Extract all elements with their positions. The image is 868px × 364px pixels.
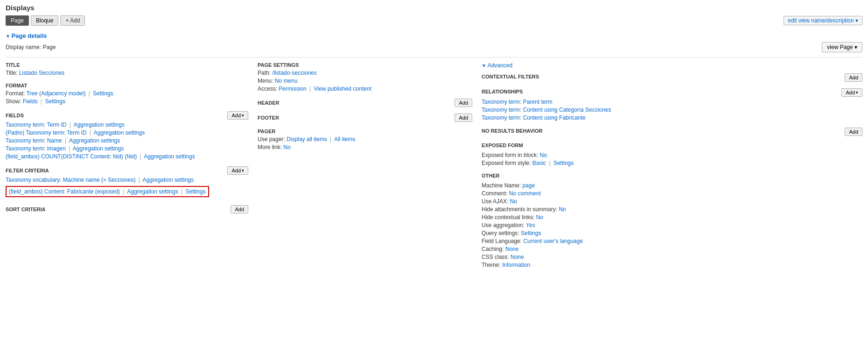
edit-view-link[interactable]: edit view name/description ▾ xyxy=(784,16,862,25)
aggregation-row: Use aggregation: Yes xyxy=(482,222,862,228)
comment-value[interactable]: No comment xyxy=(509,190,541,197)
tab-bloque[interactable]: Bloque xyxy=(31,15,58,26)
main-content: TITLE Title: Listado Secciones FORMAT Fo… xyxy=(6,62,862,275)
filter-agg-settings-2[interactable]: Aggregation settings xyxy=(127,188,178,195)
add-tab-button[interactable]: + Add xyxy=(60,15,85,26)
form-style-settings[interactable]: Settings xyxy=(553,160,574,166)
field-count-nid[interactable]: (field_ambos) COUNT(DISTINCT Content: Ni… xyxy=(6,153,137,160)
hide-contextual-value[interactable]: No xyxy=(536,214,543,221)
title-value[interactable]: Listado Secciones xyxy=(19,70,64,76)
tab-page[interactable]: Page xyxy=(6,15,29,26)
field-agg-settings-3[interactable]: Aggregation settings xyxy=(69,137,120,144)
theme-row: Theme: Information xyxy=(482,262,862,268)
machine-name-value[interactable]: page xyxy=(522,182,535,189)
relationship-fabricante[interactable]: Taxonomy term: Content using Fabricante xyxy=(482,114,586,121)
css-class-value[interactable]: None xyxy=(511,254,524,260)
in-block-value[interactable]: No xyxy=(540,152,547,158)
theme-value[interactable]: Information xyxy=(502,262,530,268)
aggregation-value[interactable]: Yes xyxy=(526,222,535,228)
query-settings-row: Query settings: Settings xyxy=(482,230,862,236)
sort-add-button[interactable]: Add xyxy=(231,205,248,214)
relationship-3: Taxonomy term: Content using Fabricante xyxy=(482,114,862,121)
format-section: FORMAT Format: Tree (Adjacency model) | … xyxy=(6,83,248,105)
relationship-categoria[interactable]: Taxonomy term: Content using Categoría S… xyxy=(482,107,611,113)
field-agg-settings-1[interactable]: Aggregation settings xyxy=(74,121,125,128)
filter-section-label: FILTER CRITERIA xyxy=(6,168,49,173)
display-all-items-link[interactable]: Display all items xyxy=(287,136,327,143)
access-link2[interactable]: View published content xyxy=(314,86,371,92)
menu-value[interactable]: No menu xyxy=(275,78,298,84)
show-label: Show: xyxy=(6,98,21,105)
access-label: Access: xyxy=(258,86,277,92)
title-section-label: TITLE xyxy=(6,62,20,68)
exposed-form-label: EXPOSED FORM xyxy=(482,143,523,148)
field-taxonomy-name[interactable]: Taxonomy term: Name xyxy=(6,137,62,144)
ajax-row: Use AJAX: No xyxy=(482,198,862,205)
use-pager-row: Use pager: Display all items | All items xyxy=(258,136,472,143)
relationship-1: Taxonomy term: Parent term xyxy=(482,99,862,105)
format-value[interactable]: Tree (Adjacency model) xyxy=(26,90,85,97)
fields-add-arrow: ▾ xyxy=(242,113,244,118)
no-results-section: NO RESULTS BEHAVIOR Add xyxy=(482,128,862,136)
in-block-label: Exposed form in block: xyxy=(482,152,538,158)
display-name-label: Display name: xyxy=(6,44,41,50)
show-value[interactable]: Fields xyxy=(23,98,38,105)
contextual-filters-label: CONTEXTUAL FILTERS xyxy=(482,74,539,79)
more-link-label: More link: xyxy=(258,144,282,150)
right-column: Advanced CONTEXTUAL FILTERS Add RELATION… xyxy=(482,62,862,275)
filter-settings-2[interactable]: Settings xyxy=(185,188,205,195)
field-agg-settings-2[interactable]: Aggregation settings xyxy=(94,129,145,136)
hide-attachments-value[interactable]: No xyxy=(559,206,566,213)
fields-add-button[interactable]: Add ▾ xyxy=(227,111,248,120)
header-add-button[interactable]: Add xyxy=(455,99,472,107)
caching-row: Caching: None xyxy=(482,246,862,252)
field-row-2: (Padre) Taxonomy term: Term ID | Aggrega… xyxy=(6,129,248,136)
filter-fabricante[interactable]: (field_ambos) Content: Fabricante (expos… xyxy=(9,188,120,195)
css-class-label: CSS class: xyxy=(482,254,509,260)
field-row-1: Taxonomy term: Term ID | Aggregation set… xyxy=(6,121,248,128)
query-settings-value[interactable]: Settings xyxy=(521,230,541,236)
machine-name-label: Machine Name: xyxy=(482,182,521,189)
field-taxonomy-term-id[interactable]: Taxonomy term: Term ID xyxy=(6,121,66,128)
access-value[interactable]: Permission xyxy=(279,86,306,92)
relationship-parent-term[interactable]: Taxonomy term: Parent term xyxy=(482,99,552,105)
show-settings-link[interactable]: Settings xyxy=(45,98,65,105)
other-section: OTHER Machine Name: page Comment: No com… xyxy=(482,173,862,268)
filter-add-button[interactable]: Add ▾ xyxy=(227,166,248,175)
path-value[interactable]: /listado-secciones xyxy=(272,70,316,76)
header-section-label: HEADER xyxy=(258,100,279,106)
footer-add-button[interactable]: Add xyxy=(455,114,472,122)
field-language-value[interactable]: Current user's language xyxy=(523,238,583,244)
exposed-form-style-row: Exposed form style: Basic | Settings xyxy=(482,160,862,166)
form-style-value[interactable]: Basic xyxy=(532,160,546,166)
footer-section-label: FOOTER xyxy=(258,115,279,121)
other-label: OTHER xyxy=(482,173,500,178)
relationships-add-button[interactable]: Add ▾ xyxy=(841,88,862,97)
more-link-value[interactable]: No xyxy=(283,144,290,150)
contextual-add-button[interactable]: Add xyxy=(845,73,862,82)
field-language-label: Field Language: xyxy=(482,238,522,244)
middle-column: PAGE SETTINGS Path: /listado-secciones M… xyxy=(258,62,482,275)
all-items-link[interactable]: All items xyxy=(334,136,355,143)
advanced-toggle[interactable]: Advanced xyxy=(482,62,862,69)
page-settings-section: PAGE SETTINGS Path: /listado-secciones M… xyxy=(258,62,472,92)
format-settings-link[interactable]: Settings xyxy=(93,90,113,97)
hide-attachments-row: Hide attachments in summary: No xyxy=(482,206,862,213)
field-padre-term-id[interactable]: (Padre) Taxonomy term: Term ID xyxy=(6,129,87,136)
view-page-button[interactable]: view Page ▾ xyxy=(822,42,862,52)
field-taxonomy-imagen[interactable]: Taxonomy term: Imagen xyxy=(6,145,66,152)
tabs-bar: Page Bloque + Add edit view name/descrip… xyxy=(6,15,862,26)
hide-contextual-label: Hide contextual links: xyxy=(482,214,534,221)
caching-value[interactable]: None xyxy=(505,246,519,252)
exposed-form-in-block-row: Exposed form in block: No xyxy=(482,152,862,158)
page-details-toggle[interactable]: Page details xyxy=(6,32,862,39)
field-agg-settings-4[interactable]: Aggregation settings xyxy=(73,145,124,152)
no-results-add-button[interactable]: Add xyxy=(845,128,862,136)
title-section: TITLE Title: Listado Secciones xyxy=(6,62,248,76)
filter-agg-settings-1[interactable]: Aggregation settings xyxy=(143,177,194,183)
ajax-value[interactable]: No xyxy=(510,198,517,205)
field-language-row: Field Language: Current user's language xyxy=(482,238,862,244)
filter-highlighted: (field_ambos) Content: Fabricante (expos… xyxy=(6,186,209,197)
filter-taxonomy-vocab[interactable]: Taxonomy vocabulary: Machine name (= Sec… xyxy=(6,177,135,183)
field-agg-settings-5[interactable]: Aggregation settings xyxy=(144,153,195,160)
